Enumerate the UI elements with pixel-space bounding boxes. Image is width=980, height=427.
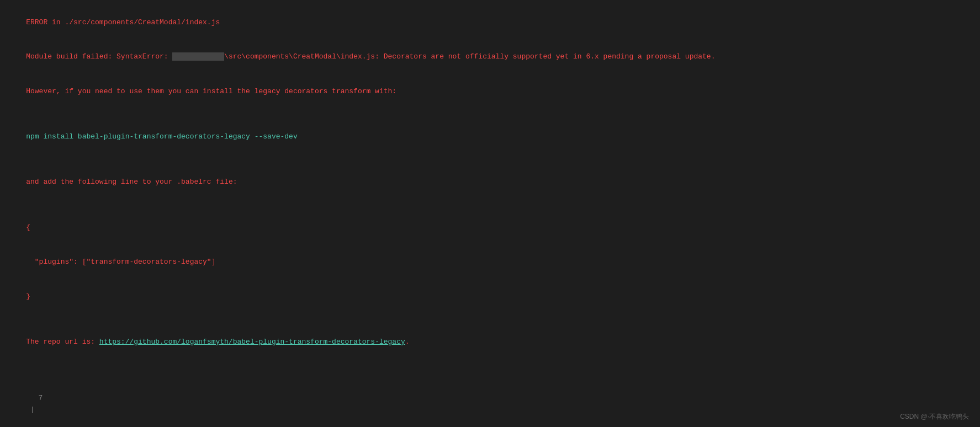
error-line-1: ERROR in ./src/components/CreatModal/ind… [9,6,971,40]
error-line-3: However, if you need to use them you can… [9,74,971,109]
empty-line-1 [9,109,971,120]
empty-line-4 [9,314,971,325]
source-line-7: 7 | [9,382,971,427]
brace-open: { [26,223,30,232]
plugins-text: "plugins": ["transform-decorators-legacy… [26,258,215,266]
add-babelrc-line: and add the following line to your .babe… [9,166,971,200]
json-close-brace: } [9,280,971,314]
error-text-3: However, if you need to use them you can… [26,87,396,95]
empty-line-3 [9,200,971,211]
repo-url-line: The repo url is: https://github.com/loga… [9,325,971,359]
error-line-2: Module build failed: SyntaxError: \src\c… [9,40,971,74]
error-text-2b: \src\components\CreatModal\index.js: Dec… [224,52,715,61]
json-plugins-line: "plugins": ["transform-decorators-legacy… [9,245,971,279]
json-open-brace: { [9,211,971,245]
empty-line-5 [9,360,971,371]
brace-close: } [26,292,30,301]
empty-line-2 [9,154,971,166]
npm-command: npm install babel-plugin-transform-decor… [26,132,297,141]
error-text-2: Module build failed: SyntaxError: [26,52,172,61]
empty-line-6 [9,371,971,382]
csdn-watermark: CSDN @·不喜欢吃鸭头 [900,412,969,421]
error-text-1: ERROR in ./src/components/CreatModal/ind… [26,18,220,26]
repo-url-link[interactable]: https://github.com/loganfsmyth/babel-plu… [99,338,405,346]
redacted-path [172,52,224,61]
repo-url-period: . [405,338,410,346]
add-babelrc-text: and add the following line to your .babe… [26,178,237,186]
pipe-7: | [26,405,35,414]
npm-install-line: npm install babel-plugin-transform-decor… [9,120,971,154]
line-num-7: 7 [26,393,43,404]
terminal-output: ERROR in ./src/components/CreatModal/ind… [0,0,980,427]
repo-url-label: The repo url is: [26,338,99,346]
